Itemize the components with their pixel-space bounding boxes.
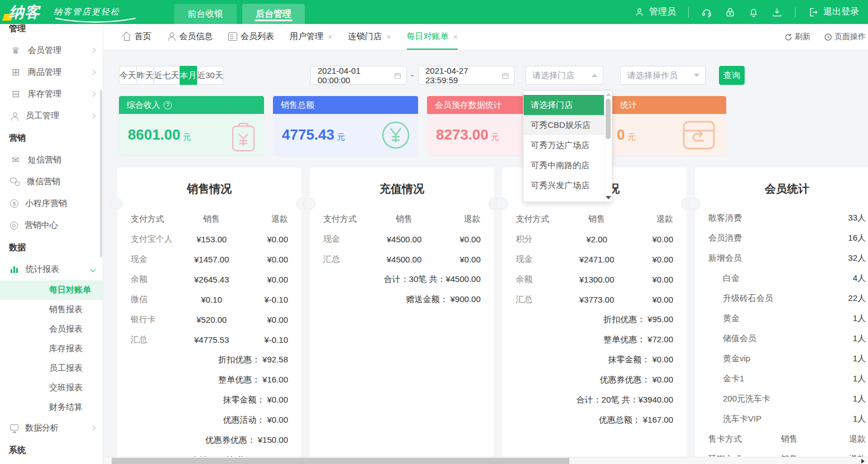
page-operations-icon	[824, 33, 832, 41]
sidebar-item-label: 销售报表	[49, 304, 83, 315]
date-end-input[interactable]: 2021-04-27 23:59:59	[418, 66, 515, 85]
scroll-right-icon[interactable]	[861, 459, 865, 463]
sidebar-item[interactable]: 会员管理	[0, 40, 103, 61]
scroll-thumb[interactable]	[606, 99, 611, 139]
quick-range-button[interactable]: 近30天	[197, 66, 224, 85]
member-stats-panel: 会员统计 散客消费33人 会员消费16人 新增会员32人	[695, 168, 868, 464]
table-row: 汇总¥4500.00¥0.00	[310, 249, 494, 269]
store-option[interactable]: 可秀万达广场店	[524, 135, 604, 155]
refresh-button[interactable]: 刷新	[784, 32, 811, 42]
chevron-right-icon	[90, 70, 96, 75]
user-menu[interactable]: 管理员	[634, 6, 676, 18]
sidebar-item[interactable]: 微信营销	[0, 171, 103, 193]
quick-range-button[interactable]: 本月	[180, 66, 197, 85]
sidebar-scrollbar[interactable]	[100, 90, 102, 257]
sidebar-item[interactable]: 短信营销	[0, 149, 103, 171]
sidebar-item[interactable]: 系统	[0, 439, 103, 461]
stock-icon	[10, 89, 21, 99]
top-nav-button[interactable]: 后台管理	[242, 4, 305, 24]
tab-close-icon[interactable]: ×	[386, 32, 391, 41]
dropdown-scrollbar[interactable]	[604, 91, 612, 202]
notch	[303, 198, 315, 210]
sidebar-item-label: 库存管理	[28, 89, 61, 99]
help-icon[interactable]: ?	[164, 101, 172, 109]
sidebar-item[interactable]: 每日对账单	[0, 280, 103, 300]
scroll-down-icon[interactable]	[606, 196, 611, 199]
date-start-input[interactable]: 2021-04-01 00:00:00	[310, 66, 407, 85]
sidebar-item-label: 数据	[9, 242, 26, 253]
operator-select[interactable]: 请选择操作员	[620, 66, 706, 85]
notch	[111, 198, 123, 210]
store-select[interactable]: 请选择门店	[525, 66, 603, 85]
quick-range-button[interactable]: 近七天	[154, 66, 180, 85]
brand-logo[interactable]: 纳客	[0, 0, 49, 24]
sidebar-item[interactable]: 小程序营销	[0, 193, 103, 214]
date-separator: -	[411, 66, 414, 85]
quick-range-button[interactable]: 今天	[119, 66, 137, 85]
tabbar: 首页 会员信息 会员列表	[103, 24, 868, 50]
card-title: 综合收入	[127, 96, 160, 114]
member-stat-row: 黄金1人	[695, 308, 868, 328]
scroll-up-icon[interactable]	[606, 93, 611, 96]
panel-title: 充值情况	[310, 182, 494, 195]
lock-icon[interactable]	[725, 7, 736, 18]
calendar-icon	[394, 71, 402, 80]
sidebar-item[interactable]: 员工管理	[0, 105, 103, 127]
card-title: 会员预存数据统计	[435, 96, 502, 114]
sidebar-item[interactable]: 数据分析	[0, 417, 103, 439]
tab[interactable]: 会员信息	[167, 24, 213, 50]
sidebar-item[interactable]: 营销	[0, 127, 103, 149]
card-sales-subheader: 售卡方式销售退款	[695, 429, 868, 449]
tab[interactable]: 会员列表	[228, 24, 274, 50]
tab[interactable]: 首页	[122, 24, 151, 50]
table-row: 银行卡¥520.00¥0.00	[117, 309, 301, 329]
bell-icon[interactable]	[748, 7, 759, 18]
tab[interactable]: 每日对账单 ×	[407, 24, 458, 50]
chevron-down-icon	[90, 267, 96, 272]
search-button[interactable]: 查询	[719, 66, 745, 85]
tab-close-icon[interactable]: ×	[328, 32, 333, 41]
store-option[interactable]: 可秀兴发广场店	[524, 175, 604, 195]
sidebar-item[interactable]: 交班报表	[0, 378, 103, 398]
sidebar-item[interactable]: 管理	[0, 24, 103, 40]
member-stat-row: 白金4人	[695, 268, 868, 288]
yen-circle-icon	[381, 121, 410, 150]
sidebar-item[interactable]: 会员报表	[0, 319, 103, 339]
sidebar-item-label: 财务结算	[49, 402, 83, 413]
summary-line: 抹零金额： ¥0.00	[117, 390, 301, 410]
card-title: 销售总额	[281, 96, 314, 114]
tab-label: 每日对账单	[407, 31, 449, 42]
tab[interactable]: 连锁门店 ×	[348, 24, 391, 50]
sidebar-item[interactable]: 营销中心	[0, 214, 103, 236]
store-option[interactable]: 可秀CBD娱乐店	[524, 115, 604, 135]
store-option[interactable]: 可秀中南路的店	[524, 155, 604, 175]
logout-button[interactable]: 退出登录	[808, 6, 859, 18]
target-icon	[10, 222, 18, 229]
download-icon[interactable]	[771, 7, 783, 18]
user-icon	[634, 7, 645, 17]
wechat-icon	[10, 178, 20, 186]
sidebar-item[interactable]: 库存报表	[0, 339, 103, 358]
sidebar-item[interactable]: 统计报表	[0, 259, 103, 280]
top-nav-button[interactable]: 前台收银	[174, 4, 237, 24]
horizontal-scrollbar[interactable]	[103, 457, 868, 464]
member-stat-row: 储值会员1人	[695, 328, 868, 348]
quick-range-group: 今天 昨天 近七天 本月 近30天	[119, 66, 224, 85]
page-operations-button[interactable]: 页面操作	[824, 32, 866, 42]
tab[interactable]: 用户管理 ×	[290, 24, 333, 50]
scrollbar-thumb[interactable]	[112, 458, 569, 464]
chevron-right-icon	[90, 48, 96, 54]
sidebar-item[interactable]: 员工报表	[0, 358, 103, 378]
sidebar-item[interactable]: 库存管理	[0, 83, 103, 105]
headset-icon[interactable]	[701, 7, 712, 18]
sidebar-item-label: 库存报表	[49, 343, 83, 354]
quick-range-button[interactable]: 昨天	[137, 66, 154, 85]
divider	[688, 7, 689, 17]
store-option[interactable]: 请选择门店	[524, 95, 604, 115]
sidebar-item[interactable]: 数据	[0, 236, 103, 259]
sidebar-item[interactable]: 财务结算	[0, 398, 103, 417]
sidebar-item[interactable]: 销售报表	[0, 300, 103, 319]
sidebar-item[interactable]: 商品管理	[0, 61, 103, 83]
sidebar-item-label: 员工报表	[49, 363, 83, 374]
tab-close-icon[interactable]: ×	[453, 32, 458, 41]
